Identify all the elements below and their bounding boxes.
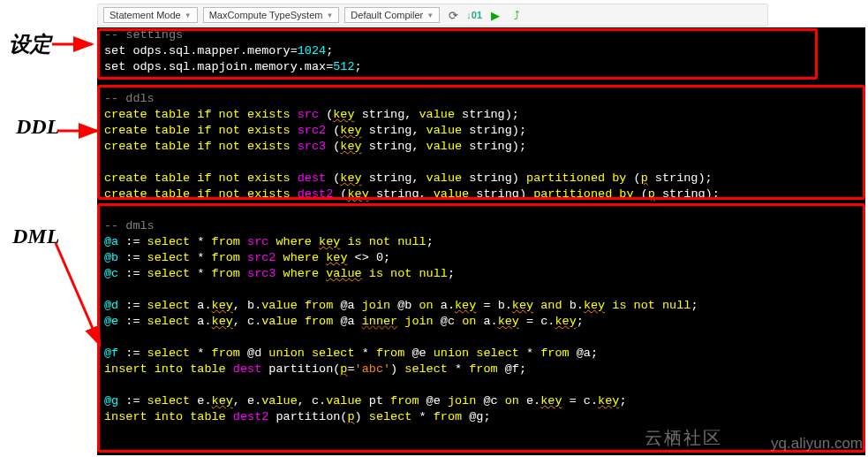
chevron-down-icon: ▼	[426, 11, 434, 19]
code-editor[interactable]: -- settings set odps.sql.mapper.memory=1…	[97, 27, 865, 455]
arrow-icon	[48, 35, 101, 53]
refresh-icon[interactable]: ⟳	[445, 7, 461, 23]
code-line: @g := select e.key, e.value, c.value pt …	[97, 393, 865, 409]
code-line: insert into table dest2 partition(p) sel…	[97, 409, 865, 425]
typesystem-dropdown[interactable]: MaxCompute TypeSystem ▼	[203, 7, 340, 23]
chevron-down-icon: ▼	[326, 11, 333, 19]
dropdown-label: Default Compiler	[351, 10, 423, 20]
dropdown-label: Statement Mode	[109, 10, 181, 20]
chevron-down-icon: ▼	[185, 11, 192, 19]
code-line: create table if not exists src3 (key str…	[97, 139, 865, 155]
comment-line: -- dmls	[97, 218, 865, 234]
statement-mode-dropdown[interactable]: Statement Mode ▼	[103, 7, 198, 23]
code-line: @a := select * from src where key is not…	[97, 234, 865, 250]
code-line: insert into table dest partition(p='abc'…	[97, 362, 865, 377]
label-dml: DML	[12, 225, 59, 248]
comment-line: -- ddls	[97, 91, 865, 107]
code-line: @d := select a.key, b.value from @a join…	[97, 298, 865, 314]
editor-toolbar: Statement Mode ▼ MaxCompute TypeSystem ▼…	[97, 4, 768, 27]
code-line: set odps.sql.mapjoin.memory.max=512;	[97, 59, 865, 75]
svg-line-3	[56, 243, 100, 345]
code-line: create table if not exists dest2 (key st…	[97, 187, 865, 202]
debug-icon[interactable]: ⤴	[509, 7, 525, 23]
run-icon[interactable]: ▶	[487, 7, 503, 23]
blank-line	[97, 377, 865, 393]
blank-line	[97, 75, 865, 91]
code-line: set odps.sql.mapper.memory=1024;	[97, 43, 865, 59]
sort-icon[interactable]: ↓01	[466, 7, 482, 23]
watermark-url: yq.aliyun.com	[771, 435, 863, 453]
code-line: create table if not exists src2 (key str…	[97, 123, 865, 139]
code-line: @b := select * from src2 where key <> 0;	[97, 250, 865, 266]
code-line: @f := select * from @d union select * fr…	[97, 346, 865, 362]
code-line: create table if not exists src (key stri…	[97, 107, 865, 123]
compiler-dropdown[interactable]: Default Compiler ▼	[344, 7, 440, 23]
comment-line: -- settings	[97, 27, 865, 43]
code-line: @c := select * from src3 where value is …	[97, 266, 865, 282]
code-line: create table if not exists dest (key str…	[97, 171, 865, 187]
watermark-text: 云栖社区	[645, 426, 722, 450]
blank-line	[97, 202, 865, 218]
blank-line	[97, 155, 865, 171]
label-settings: 设定	[9, 30, 51, 58]
code-line: @e := select a.key, c.value from @a inne…	[97, 314, 865, 330]
dropdown-label: MaxCompute TypeSystem	[209, 10, 323, 20]
label-ddl: DDL	[16, 115, 59, 139]
blank-line	[97, 330, 865, 346]
blank-line	[97, 282, 865, 298]
